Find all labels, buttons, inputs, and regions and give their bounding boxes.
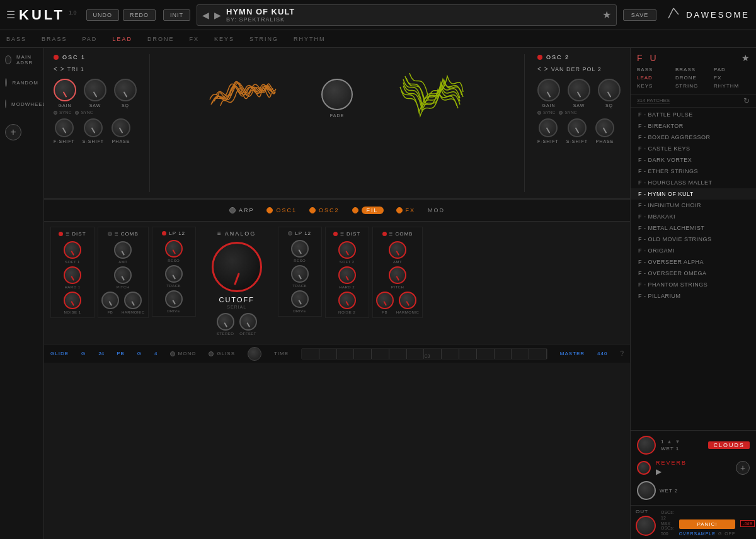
osc2-saw-knob[interactable] bbox=[568, 79, 590, 101]
fx-dist2-soft2-knob[interactable] bbox=[338, 241, 356, 259]
sidebar-item-main-adsr[interactable]: MAIN ADSR bbox=[5, 54, 38, 65]
tag-lead[interactable]: LEAD bbox=[637, 75, 673, 81]
osc1-phase-knob[interactable] bbox=[112, 118, 130, 137]
wet1-knob[interactable] bbox=[637, 436, 656, 455]
patch-phantom-strings[interactable]: F - PHANTOM STRINGS bbox=[631, 279, 756, 290]
osc1-saw-knob[interactable] bbox=[84, 79, 106, 101]
fx-comb1-amt-knob[interactable] bbox=[114, 241, 132, 259]
osc2-sshift-knob[interactable] bbox=[568, 118, 587, 137]
init-button[interactable]: INIT bbox=[163, 9, 190, 21]
piano-key[interactable] bbox=[477, 349, 495, 359]
piano-key[interactable] bbox=[337, 349, 355, 359]
fx-lp12-left-track-knob[interactable] bbox=[165, 265, 183, 283]
sidebar-item-random[interactable]: RANDOM bbox=[5, 78, 38, 87]
refresh-icon[interactable]: ↻ bbox=[743, 96, 750, 105]
cat-rhythm[interactable]: RHYTHM bbox=[294, 36, 326, 42]
tag-pad[interactable]: PAD bbox=[714, 67, 750, 72]
piano-key[interactable] bbox=[372, 349, 389, 359]
patch-origami[interactable]: F - ORIGAMI bbox=[631, 245, 756, 256]
fx-comb2-fb-knob[interactable] bbox=[376, 292, 394, 309]
cat-lead[interactable]: LEAD bbox=[112, 36, 132, 42]
osc1-type-next[interactable]: > bbox=[60, 65, 65, 72]
patch-ether-strings[interactable]: F - ETHER STRINGS bbox=[631, 166, 756, 177]
tag-bass[interactable]: BASS bbox=[637, 67, 673, 72]
piano-key[interactable] bbox=[512, 349, 529, 359]
fx-lp12-right-reso-knob[interactable] bbox=[291, 240, 309, 258]
osc2-gain-knob[interactable] bbox=[537, 79, 560, 101]
cat-string[interactable]: STRING bbox=[249, 36, 278, 42]
fx-lp12-left-drive-knob[interactable] bbox=[165, 290, 183, 308]
add-fx-button[interactable]: + bbox=[736, 461, 750, 475]
fx-comb1-fb-knob[interactable] bbox=[101, 292, 119, 309]
sidebar-star-icon[interactable]: ★ bbox=[742, 53, 750, 63]
osc1-sync2-dot[interactable] bbox=[75, 111, 79, 115]
route-osc2[interactable]: OSC2 bbox=[309, 207, 340, 213]
redo-button[interactable]: REDO bbox=[123, 9, 156, 21]
patch-boxed-aggressor[interactable]: F - BOXED AGGRESSOR bbox=[631, 132, 756, 143]
fx-lp12-right-drive-knob[interactable] bbox=[291, 290, 309, 308]
patch-mbakaki[interactable]: F - MBAKAKI bbox=[631, 211, 756, 222]
osc2-sync1-dot[interactable] bbox=[537, 111, 541, 115]
num-arrow-up[interactable]: ▲ bbox=[667, 439, 672, 445]
tag-fx[interactable]: FX bbox=[714, 75, 750, 81]
osc1-gain-knob[interactable] bbox=[54, 79, 76, 101]
route-arp[interactable]: ARP bbox=[229, 207, 255, 213]
cat-pad[interactable]: PAD bbox=[83, 36, 98, 42]
fx-lp12-right-track-knob[interactable] bbox=[291, 265, 309, 283]
fx-dist1-hard1-knob[interactable] bbox=[64, 266, 81, 284]
osc2-type[interactable]: < > VAN DER POL 2 bbox=[537, 65, 621, 72]
favorite-icon[interactable]: ★ bbox=[602, 9, 611, 21]
osc2-sync2-dot[interactable] bbox=[559, 111, 563, 115]
patch-hymn-of-kult[interactable]: F - HYMN OF KULT bbox=[631, 188, 756, 200]
cat-drone[interactable]: DRONE bbox=[147, 36, 175, 42]
osc1-type[interactable]: < > TRI 1 bbox=[54, 65, 137, 72]
fx-dist1-soft1-knob[interactable] bbox=[64, 241, 81, 259]
route-fil[interactable]: FIL bbox=[352, 207, 384, 214]
next-patch-button[interactable]: ▶ bbox=[214, 10, 221, 20]
gliss-led[interactable] bbox=[209, 351, 214, 356]
fx-comb1-pitch-knob[interactable] bbox=[114, 266, 132, 284]
osc2-phase-knob[interactable] bbox=[595, 118, 614, 137]
add-module-button[interactable]: + bbox=[5, 124, 21, 140]
tag-drone[interactable]: DRONE bbox=[675, 75, 711, 81]
osc2-type-next[interactable]: > bbox=[544, 65, 549, 72]
osc1-type-prev[interactable]: < bbox=[54, 65, 58, 72]
reverb-arrow[interactable]: ▶ bbox=[656, 467, 731, 476]
filter-stereo-knob[interactable] bbox=[217, 313, 234, 331]
osc1-sshift-knob[interactable] bbox=[84, 118, 103, 137]
save-button[interactable]: SAVE bbox=[623, 9, 656, 21]
sidebar-item-modwheel[interactable]: MODWHEEL bbox=[5, 99, 38, 108]
osc2-sq-knob[interactable] bbox=[598, 79, 621, 101]
patch-hourglass-mallet[interactable]: F - HOURGLASS MALLET bbox=[631, 177, 756, 188]
panic-button[interactable]: PANIC! bbox=[679, 519, 736, 529]
mod-label[interactable]: MOD bbox=[428, 207, 445, 213]
piano-key[interactable] bbox=[442, 349, 459, 359]
cat-fx[interactable]: FX bbox=[189, 36, 199, 42]
route-osc1[interactable]: OSC1 bbox=[266, 207, 297, 213]
osc1-fshift-knob[interactable] bbox=[55, 118, 74, 137]
tag-keys[interactable]: KEYS bbox=[637, 83, 673, 89]
cat-brass[interactable]: BRASS bbox=[42, 36, 67, 42]
wet2-knob[interactable] bbox=[637, 481, 656, 500]
patch-overseer-alpha[interactable]: F - OVERSEER ALPHA bbox=[631, 256, 756, 268]
patch-metal-alchemist[interactable]: F - METAL ALCHEMIST bbox=[631, 222, 756, 234]
piano-key[interactable] bbox=[459, 349, 477, 359]
patch-dark-vortex[interactable]: F - DARK VORTEX bbox=[631, 154, 756, 166]
patch-old-movie-strings[interactable]: F - OLD MOVIE STRINGS bbox=[631, 234, 756, 245]
fx-lp12-left-reso-knob[interactable] bbox=[165, 240, 183, 258]
piano-key[interactable] bbox=[302, 349, 319, 359]
fx-dist1-noise1-knob[interactable] bbox=[64, 292, 81, 309]
patch-bireaktor[interactable]: F - BIREAKTOR bbox=[631, 120, 756, 132]
fx-dist2-noise2-knob[interactable] bbox=[338, 292, 356, 309]
osc2-type-prev[interactable]: < bbox=[537, 65, 542, 72]
patch-overseer-omega[interactable]: F - OVERSEER OMEGA bbox=[631, 268, 756, 279]
fx-dist2-hard2-knob[interactable] bbox=[338, 266, 356, 284]
fx-comb2-harmonic-knob[interactable] bbox=[399, 292, 416, 309]
osc1-sync1-dot[interactable] bbox=[54, 111, 57, 115]
fx-comb1-harmonic-knob[interactable] bbox=[124, 292, 142, 309]
route-fx[interactable]: FX bbox=[396, 207, 416, 213]
piano-key[interactable] bbox=[529, 349, 547, 359]
cutoff-knob[interactable] bbox=[212, 242, 262, 292]
patch-battle-pulse[interactable]: F - BATTLE PULSE bbox=[631, 109, 756, 120]
piano-bar[interactable]: C3 bbox=[301, 348, 547, 360]
